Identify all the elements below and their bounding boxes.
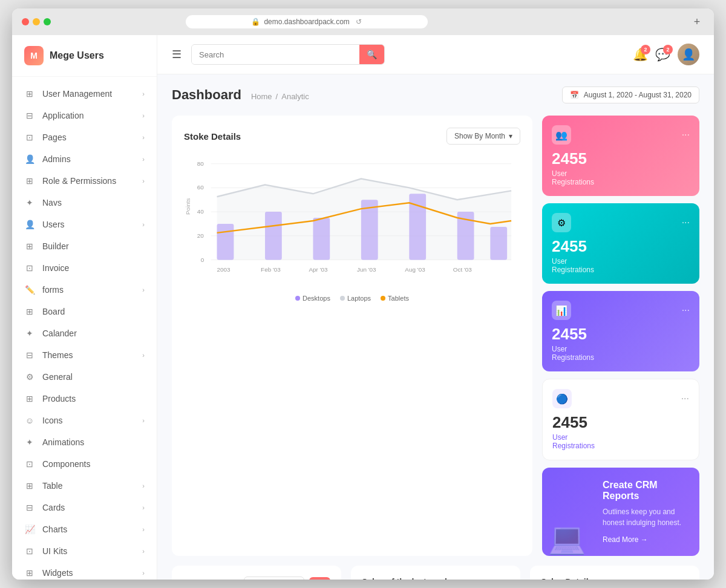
sidebar-item-role-permissions[interactable]: ⊞Role & Permissions ›	[12, 170, 157, 192]
search-button[interactable]: 🔍	[359, 45, 384, 64]
svg-text:20: 20	[197, 232, 204, 239]
cards-icon: ⊟	[24, 502, 35, 513]
chevron-icon-14: ›	[142, 569, 145, 577]
sidebar-item-navs[interactable]: ✦Navs	[12, 192, 157, 214]
message-icon-wrap[interactable]: 💬 2	[655, 47, 670, 62]
legend-dot-tablets	[381, 296, 385, 301]
legend-dot-desktops	[295, 296, 300, 301]
nav-label-calander: Calander	[42, 328, 77, 338]
chevron-icon-6: ›	[142, 221, 145, 228]
sales-details-menu[interactable]: ···	[681, 577, 688, 580]
sidebar-item-builder[interactable]: ⊞Builder	[12, 235, 157, 257]
sidebar-item-invoice[interactable]: ⊡Invoice	[12, 257, 157, 279]
svg-text:0: 0	[201, 256, 204, 263]
stat-number-cyan: 2455	[552, 237, 690, 256]
dot-close[interactable]	[22, 18, 29, 25]
stat-card-white: 🔵 ··· 2455 UserRegistrations	[542, 379, 699, 460]
header-right: 🔔 2 💬 2 👤	[633, 44, 699, 65]
svg-text:Apr '03: Apr '03	[309, 266, 329, 273]
browser-window: 🔒 demo.dashboardpack.com ↺ + M Mege User…	[12, 8, 714, 580]
dropdown-arrow-icon: ▾	[509, 132, 512, 140]
nav-label-application: Application	[42, 111, 84, 120]
chevron-icon-8: ›	[142, 351, 145, 359]
legend-laptops: Laptops	[340, 295, 371, 302]
sales-details-card: Sales Details ··· 🛍️ $2,034 Author Sales	[530, 566, 699, 580]
sidebar-item-cards[interactable]: ⊟Cards ›	[12, 497, 157, 518]
nav-label-role-permissions: Role & Permissions	[42, 176, 116, 186]
sidebar-item-board[interactable]: ⊞Board	[12, 301, 157, 322]
stat-menu-pink[interactable]: ···	[682, 129, 690, 140]
nav-label-table: Table	[42, 481, 62, 491]
browser-url-bar[interactable]: 🔒 demo.dashboardpack.com ↺	[186, 15, 428, 28]
sidebar-item-application[interactable]: ⊟Application ›	[12, 105, 157, 126]
chevron-icon-4: ›	[142, 155, 145, 163]
sidebar-item-admins[interactable]: 👤Admins ›	[12, 148, 157, 170]
crm-read-more-link[interactable]: Read More →	[603, 535, 687, 544]
sidebar-item-pages[interactable]: ⊡Pages ›	[12, 126, 157, 148]
sidebar-item-calander[interactable]: ✦Calander	[12, 322, 157, 344]
hamburger-icon[interactable]: ☰	[172, 48, 182, 61]
svg-text:Oct '03: Oct '03	[453, 266, 473, 273]
nav-label-board: Board	[42, 307, 65, 316]
refresh-icon[interactable]: ↺	[356, 18, 362, 26]
nav-label-users: Users	[42, 220, 65, 229]
sidebar-item-animations[interactable]: ✦Animations	[12, 431, 157, 453]
app-container: M Mege Users ⊞User Management › ⊟Applica…	[12, 35, 714, 580]
breadcrumb-home: Home	[251, 92, 272, 101]
chart-legend: Desktops Laptops Tablets	[184, 295, 520, 302]
forms-icon: ✏️	[24, 284, 35, 295]
sidebar-item-charts[interactable]: 📈Charts ›	[12, 518, 157, 540]
new-users-search-button[interactable]: 🔍	[309, 577, 330, 580]
nav-label-components: Components	[42, 459, 90, 469]
chevron-icon-5: ›	[142, 177, 145, 185]
sidebar-item-products[interactable]: ⊞Products	[12, 388, 157, 410]
stat-menu-cyan[interactable]: ···	[682, 217, 690, 228]
show-by-month-button[interactable]: Show By Month ▾	[446, 128, 520, 145]
user-avatar[interactable]: 👤	[678, 44, 699, 65]
sidebar-item-icons[interactable]: ☺Icons ›	[12, 410, 157, 431]
crm-banner: Create CRM Reports Outlines keep you and…	[542, 468, 699, 556]
sidebar-item-general[interactable]: ⚙General	[12, 366, 157, 388]
breadcrumb-separator: /	[276, 92, 278, 101]
nav-label-navs: Navs	[42, 198, 62, 207]
stat-menu-white[interactable]: ···	[681, 393, 689, 404]
crm-title: Create CRM Reports	[603, 480, 687, 501]
date-range-selector[interactable]: 📅 August 1, 2020 - August 31, 2020	[562, 87, 699, 103]
search-input[interactable]	[192, 45, 359, 64]
legend-label-laptops: Laptops	[347, 295, 371, 302]
notification-bell-wrap[interactable]: 🔔 2	[633, 47, 648, 62]
legend-dot-laptops	[340, 296, 345, 301]
svg-text:Points: Points	[185, 198, 191, 215]
calendar-icon: 📅	[570, 91, 579, 99]
sidebar-item-user-management[interactable]: ⊞User Management ›	[12, 83, 157, 105]
sidebar-item-forms[interactable]: ✏️forms ›	[12, 279, 157, 301]
dot-maximize[interactable]	[44, 18, 51, 25]
stat-menu-purple[interactable]: ···	[682, 305, 690, 316]
message-badge: 2	[663, 45, 673, 54]
show-by-label: Show By Month	[454, 132, 505, 140]
legend-label-desktops: Desktops	[302, 295, 330, 302]
sidebar-item-components[interactable]: ⊡Components	[12, 453, 157, 475]
sidebar-item-themes[interactable]: ⊟Themes ›	[12, 344, 157, 366]
stat-label-pink: UserRegistrations	[552, 169, 690, 186]
sidebar-item-users[interactable]: 👤Users ›	[12, 214, 157, 235]
url-text: demo.dashboardpack.com	[264, 18, 349, 26]
general-icon: ⚙	[24, 371, 35, 382]
calander-icon: ✦	[24, 328, 35, 339]
dot-minimize[interactable]	[33, 18, 40, 25]
legend-tablets: Tablets	[381, 295, 409, 302]
sidebar-item-ui-kits[interactable]: ⊡UI Kits ›	[12, 540, 157, 562]
nav-label-forms: forms	[42, 285, 64, 295]
chevron-icon-7: ›	[142, 286, 145, 293]
pages-icon: ⊡	[24, 132, 35, 143]
sales-week-menu[interactable]: ···	[502, 577, 509, 580]
chevron-icon-3: ›	[142, 134, 145, 141]
stat-card-cyan: ⚙ ··· 2455 UserRegistrations	[542, 203, 699, 284]
new-tab-button[interactable]: +	[690, 15, 704, 29]
sidebar-item-widgets[interactable]: ⊞Widgets ›	[12, 562, 157, 580]
new-users-search-input[interactable]	[244, 577, 304, 580]
svg-text:80: 80	[197, 160, 204, 167]
chevron-icon-12: ›	[142, 526, 145, 533]
sidebar-item-table[interactable]: ⊞Table ›	[12, 475, 157, 497]
crm-illustration: 💻	[548, 521, 586, 556]
